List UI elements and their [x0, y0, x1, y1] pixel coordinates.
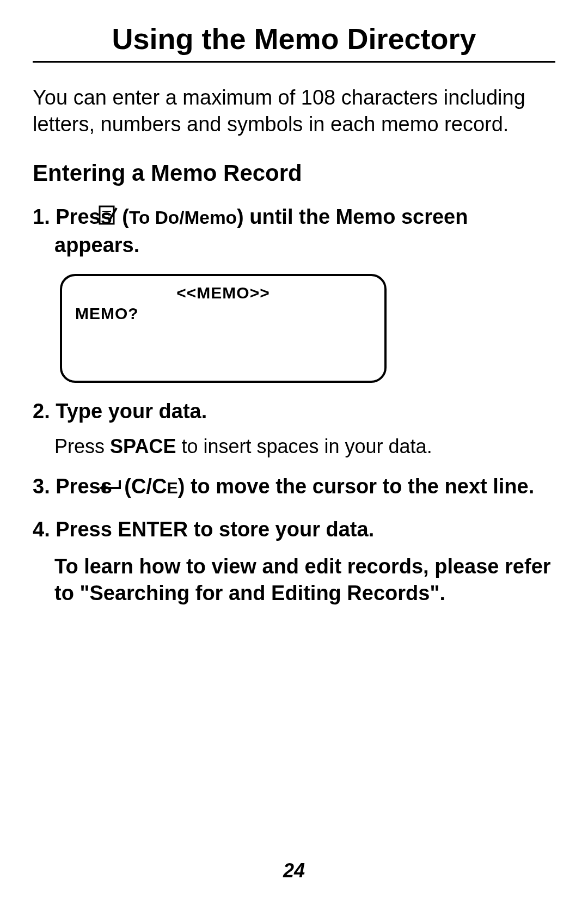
step2-sub-bold: SPACE	[110, 435, 176, 457]
screen-prompt: MEMO?	[75, 304, 371, 323]
screen-title: <<MEMO>>	[75, 284, 371, 302]
step1-open-paren: (	[122, 205, 129, 228]
step3-label-part1: (C/C	[124, 475, 167, 498]
intro-paragraph: You can enter a maximum of 108 character…	[33, 84, 555, 138]
step2-main: 2. Type your data.	[33, 398, 555, 425]
step3-suffix: ) to move the cursor to the next line.	[178, 475, 535, 498]
step2-sub: Press SPACE to insert spaces in your dat…	[33, 435, 555, 458]
step4-note: To learn how to view and edit records, p…	[33, 553, 555, 607]
page-number: 24	[0, 859, 588, 882]
step-2: 2. Type your data. Press SPACE to insert…	[33, 398, 555, 457]
step-1: 1. Press (To Do/Memo) until the Memo scr…	[33, 204, 555, 259]
screen-display: <<MEMO>> MEMO?	[60, 274, 387, 383]
step2-sub-suffix: to insert spaces in your data.	[176, 435, 432, 457]
step-4: 4. Press ENTER to store your data. To le…	[33, 516, 555, 607]
page-title: Using the Memo Directory	[33, 22, 555, 63]
section-heading: Entering a Memo Record	[33, 160, 555, 186]
step3-label-small: E	[167, 478, 177, 497]
step2-sub-prefix: Press	[54, 435, 110, 457]
step4-main: 4. Press ENTER to store your data.	[33, 516, 555, 543]
step1-icon-label: To Do/Memo	[129, 207, 237, 228]
enter-arrow-icon	[120, 474, 122, 501]
step-3: 3. Press (C/CE) to move the cursor to th…	[33, 473, 555, 502]
